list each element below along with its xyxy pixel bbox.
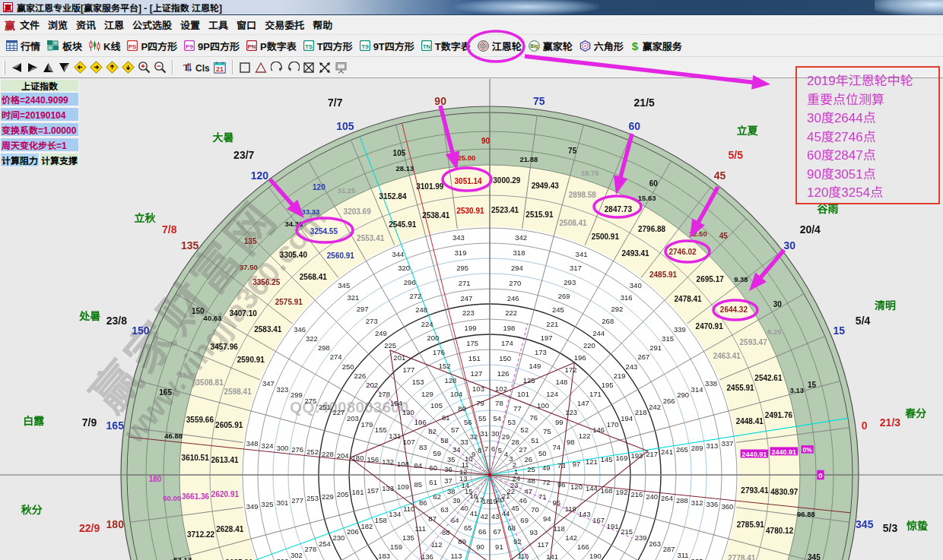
menu-item[interactable]: 文件 [20,16,40,33]
menu-item[interactable]: 交易委托 [265,16,304,33]
key-point-line: 45度2746点 [807,127,938,146]
calc-resistance-button[interactable]: 计算阻力 [1,153,39,166]
kline-icon [89,40,100,51]
pan-right-button[interactable] [88,59,104,76]
nav-down-button[interactable] [56,59,72,76]
triangle-right-icon [27,62,39,73]
arc-counterclockwise-icon [287,62,300,73]
resize-arrows-icon [319,62,331,74]
instrument-panel: 上证指数 价格=2440.9099时间=20190104变换系数=1.00000… [0,79,79,167]
toolbar-button-sectors[interactable]: 板块 [47,36,82,55]
svg-text:Big: Big [530,43,538,49]
menu-item[interactable]: 江恩 [104,16,124,33]
nav-first-button[interactable] [8,59,24,76]
ps-badge-icon: PS [127,40,138,51]
pn-badge-icon: PN [246,40,257,51]
svg-text:PN: PN [247,43,256,50]
svg-text:TS: TS [305,43,313,50]
triangle-left-icon [11,62,23,73]
pan-left-button[interactable] [72,59,88,76]
zoom-out-icon [154,61,167,74]
toolbar-button-t-table[interactable]: TN T数字表 [421,36,471,55]
svg-text:PS: PS [129,43,137,50]
key-point-line: 60度2847点 [807,145,938,164]
panel-field: 变换系数=1.00000 [1,123,78,136]
quotes-grid-icon [6,40,17,51]
window-title: 赢家江恩专业版[赢家服务平台] - [上证指数 江恩轮] [17,1,222,14]
menu-item[interactable]: 浏览 [48,16,68,33]
arc-ccw-button[interactable] [285,59,301,76]
rect-tool-button[interactable] [237,59,253,76]
menu-item[interactable]: 资讯 [76,16,96,33]
presentation-board-icon [335,62,348,74]
menu-item[interactable]: 公式选股 [132,16,172,33]
zoom-in-button[interactable] [136,59,152,76]
main-toolbar: 行情 板块 K线 PS P四方形 P9 9P四方形 PN P数字表 TS T四方… [0,35,943,57]
key-point-line: 2019年江恩轮中轮 [807,71,938,90]
svg-text:$: $ [632,40,639,52]
svg-text:P9: P9 [186,43,193,50]
zoom-out-button[interactable] [152,59,168,76]
panel-field: 时间=20190104 [1,108,78,121]
t9-badge-icon: T9 [360,40,370,51]
triangle-tool-icon [255,62,267,74]
diamond-up-icon [106,61,119,74]
tn-badge-icon: TN [421,40,432,51]
nav-next-button[interactable] [24,59,40,76]
titlebar-corner-glow [875,0,943,15]
box-x-icon [303,62,315,74]
toolbar-button-p-square[interactable]: PS P四方形 [127,36,177,55]
rectangle-tool-icon [239,62,251,74]
brand-logo-icon: 赢 [5,17,15,33]
time-updown-button[interactable]: T [177,59,193,76]
box-x-tool-button[interactable] [301,59,317,76]
t-updown-icon: T [179,62,192,73]
pan-up-button[interactable] [104,59,120,76]
menu-item[interactable]: 设置 [180,16,200,33]
calendar-icon: 21 [214,62,226,74]
toolbar-button-t-square[interactable]: TS T四方形 [303,36,353,55]
menu-item[interactable]: 工具 [208,16,228,33]
panel-field: 周天变化步长=1 [1,138,78,151]
toolbar-button-gann-wheel[interactable]: 江恩轮 [478,36,522,55]
svg-text:TN: TN [422,43,430,50]
panel-field: 价格=2440.9099 [1,93,78,106]
menu-bar: 赢 文件浏览资讯江恩公式选股设置工具窗口交易委托帮助 [0,15,943,35]
zoom-in-icon [138,61,151,74]
diamond-left-icon [74,61,87,74]
key-point-line: 90度3051点 [807,164,938,183]
p9-badge-icon: P9 [184,40,195,51]
toolbar-button-hexagon[interactable]: 六角形 [579,36,624,55]
toolbar-button-p-table[interactable]: PN P数字表 [246,36,297,55]
pan-down-button[interactable] [120,59,136,76]
toolbar-button-9p-square[interactable]: P9 9P四方形 [184,36,240,55]
menu-item[interactable]: 帮助 [313,16,332,33]
nav-up-button[interactable] [40,59,56,76]
triangle-tool-button[interactable] [253,59,269,76]
sector-blocks-icon [47,40,59,51]
key-points-box: 2019年江恩轮中轮重要点位测算30度2644点45度2746点60度2847点… [795,66,940,204]
resize-tool-button[interactable] [317,59,333,76]
toolbar-button-9t-square[interactable]: T9 9T四方形 [360,36,414,55]
hexagon-icon [579,40,591,52]
key-point-line: 30度2644点 [807,108,938,127]
calendar-button[interactable]: 21 [212,59,228,76]
diamond-right-icon [90,61,103,74]
toolbar-separator [232,60,233,74]
triangle-up-icon [43,62,54,73]
window-titlebar: 赢 赢家江恩专业版[赢家服务平台] - [上证指数 江恩轮] [0,0,943,15]
toolbar-button-quotes[interactable]: 行情 [6,36,40,55]
svg-text:21: 21 [216,65,224,73]
toolbar-button-service[interactable]: $ 赢家服务 [630,36,682,55]
triangle-down-icon [59,62,70,73]
toolbar-grip [3,61,5,74]
yingjia-wheel-icon: Big [529,40,540,52]
toolbar-button-yingjia-wheel[interactable]: Big 赢家轮 [529,36,573,55]
board-tool-button[interactable] [333,59,349,76]
clear-button[interactable]: Cls [193,59,212,76]
diamond-down-icon [122,61,135,74]
menu-item[interactable]: 窗口 [237,16,256,33]
calc-support-button[interactable]: 计算支撑 [40,153,78,166]
arc-cw-button[interactable] [269,59,285,76]
toolbar-button-kline[interactable]: K线 [89,36,120,55]
